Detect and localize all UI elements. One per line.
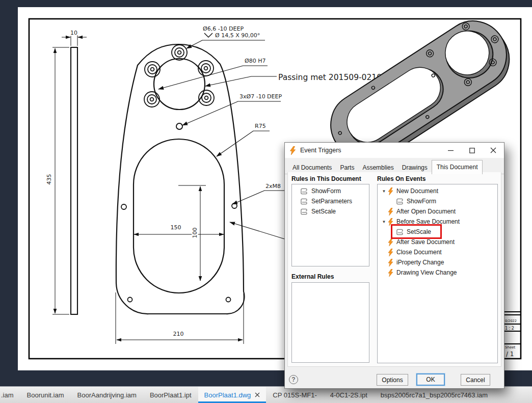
tree-row-label: Drawing View Change bbox=[396, 269, 457, 276]
dialog-title: Event Triggers bbox=[300, 147, 440, 154]
note-holes: 3xØ7 -10 DEEP bbox=[240, 93, 282, 100]
dim-slot-width: 150 bbox=[171, 224, 181, 231]
tree-row-label: After Save Document bbox=[396, 238, 455, 246]
ilogic-rule-icon bbox=[300, 198, 308, 205]
dim-height: 435 bbox=[46, 174, 52, 185]
title-block-sheet-value: / 1 bbox=[506, 351, 514, 358]
rule-item[interactable]: ShowForm bbox=[292, 186, 369, 196]
rule-item-label: SetParameters bbox=[311, 198, 352, 205]
note-thread: 2xM8 bbox=[265, 183, 281, 190]
file-tab[interactable]: bsps2005rc7a1_bsp2005rc7463.iam bbox=[374, 387, 494, 403]
events-panel-label: Rules On Events bbox=[377, 175, 425, 182]
rules-listbox[interactable]: ShowForm SetParameters SetScale bbox=[291, 184, 369, 266]
close-button[interactable] bbox=[483, 143, 504, 158]
inventor-canvas: 10 435 bbox=[0, 0, 532, 403]
countersink-icon bbox=[204, 33, 212, 37]
file-tab-active[interactable]: BoorPlaat1.dwg bbox=[198, 387, 267, 403]
tree-row-close-document[interactable]: Close Document bbox=[378, 247, 497, 257]
title-block-scale: 1 : 2 bbox=[505, 326, 514, 331]
note-bore: Ø80 H7 bbox=[245, 58, 265, 64]
rule-item-label: SetScale bbox=[311, 208, 336, 215]
rule-item[interactable]: SetScale bbox=[292, 206, 369, 217]
file-tab-label: BoorPlaat1.dwg bbox=[204, 391, 251, 399]
tree-row-new-document[interactable]: ▼ New Document bbox=[378, 186, 497, 196]
maximize-icon bbox=[469, 148, 475, 153]
ilogic-rule-icon bbox=[300, 188, 308, 195]
external-rules-label: External Rules bbox=[291, 273, 334, 280]
file-tab[interactable]: CP 015S-MF1- bbox=[266, 387, 323, 403]
close-icon bbox=[490, 147, 496, 153]
tree-row-label: After Open Document bbox=[396, 208, 456, 215]
note-radius: R75 bbox=[255, 123, 266, 129]
lightning-icon bbox=[388, 187, 393, 195]
cancel-button[interactable]: Cancel bbox=[461, 374, 490, 386]
tree-row-label: New Document bbox=[396, 187, 438, 195]
event-triggers-dialog: Event Triggers All Documents Parts Assem… bbox=[284, 142, 504, 389]
tab-this-document[interactable]: This Document bbox=[432, 160, 483, 174]
note-cbore-2: Ø 14,5 X 90,00° bbox=[215, 32, 260, 39]
setscale-highlight-annotation bbox=[391, 224, 442, 239]
tree-row-label: Close Document bbox=[396, 249, 442, 256]
tree-row-label: iProperty Change bbox=[396, 259, 444, 266]
tree-row-showform[interactable]: ShowForm bbox=[378, 196, 497, 206]
help-icon: ? bbox=[291, 376, 295, 383]
dim-base-width: 210 bbox=[173, 331, 184, 337]
lightning-icon bbox=[289, 146, 296, 155]
tree-row-drawing-view-change[interactable]: Drawing View Change bbox=[378, 267, 497, 278]
dim-thickness: 10 bbox=[70, 30, 77, 36]
ilogic-rule-icon bbox=[300, 208, 308, 215]
file-tab[interactable]: Boorunit.iam bbox=[20, 387, 71, 403]
tree-row-after-open[interactable]: After Open Document bbox=[378, 206, 497, 217]
this-document-tab-page: Rules in This Document ShowForm SetParam… bbox=[287, 172, 501, 367]
maximize-button[interactable] bbox=[461, 143, 483, 158]
file-tab[interactable]: BoorPlaat1.ipt bbox=[143, 387, 198, 403]
side-view bbox=[52, 35, 87, 314]
chevron-expanded-icon[interactable]: ▼ bbox=[380, 220, 388, 224]
dim-slot-offset: 100 bbox=[192, 228, 198, 238]
minimize-icon bbox=[448, 148, 454, 153]
file-tab[interactable]: .iam bbox=[0, 387, 20, 403]
chevron-expanded-icon[interactable]: ▼ bbox=[380, 189, 388, 194]
lightning-icon bbox=[388, 269, 393, 277]
dialog-titlebar[interactable]: Event Triggers bbox=[285, 143, 504, 158]
lightning-icon bbox=[388, 249, 393, 256]
options-button[interactable]: Options bbox=[377, 374, 408, 386]
minimize-button[interactable] bbox=[440, 143, 461, 158]
help-button[interactable]: ? bbox=[289, 375, 298, 384]
ok-button[interactable]: OK bbox=[416, 373, 445, 386]
lightning-icon bbox=[388, 208, 393, 216]
close-icon[interactable] bbox=[255, 392, 260, 397]
title-block-sheet-label: Sheet bbox=[505, 345, 515, 350]
rule-item[interactable]: SetParameters bbox=[292, 196, 369, 206]
lightning-icon bbox=[388, 259, 393, 266]
events-tree[interactable]: ▼ New Document ShowForm After Open Docum… bbox=[377, 184, 498, 363]
tree-row-label: ShowForm bbox=[407, 198, 436, 205]
note-cbore-1: Ø6,6 -10 DEEP bbox=[203, 25, 244, 32]
front-view bbox=[116, 44, 245, 344]
title-block-date: 0/2022 bbox=[505, 319, 517, 323]
external-rules-listbox[interactable] bbox=[291, 282, 369, 363]
ilogic-rule-icon bbox=[395, 198, 404, 205]
rules-panel-label: Rules in This Document bbox=[291, 175, 361, 182]
file-tab[interactable]: BoorAandrijving.iam bbox=[71, 387, 143, 403]
file-tab[interactable]: 4-0C1-2S.ipt bbox=[324, 387, 374, 403]
lightning-icon bbox=[388, 238, 393, 246]
rule-item-label: ShowForm bbox=[311, 187, 341, 195]
tree-row-iproperty-change[interactable]: iProperty Change bbox=[378, 257, 497, 267]
